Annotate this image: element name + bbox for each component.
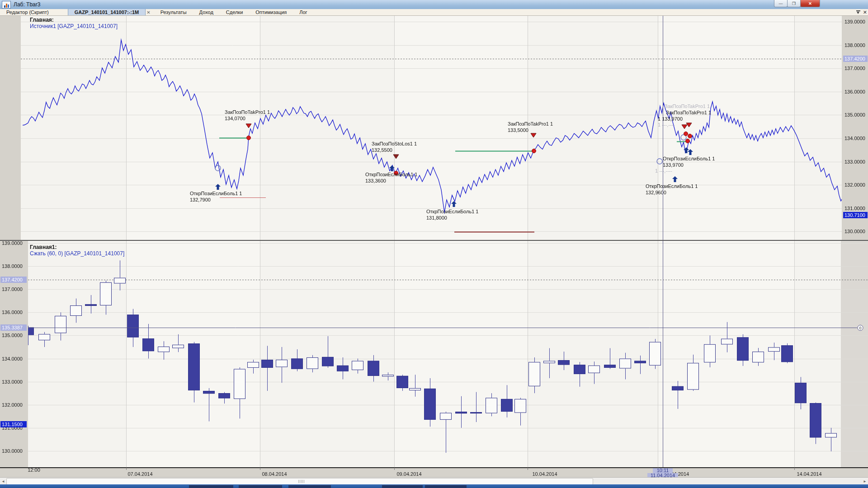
app-icon — [2, 1, 11, 9]
tab-editor[interactable]: Редактор (Скрипт) — [0, 9, 55, 15]
tab-chart-gazp[interactable]: GAZP_140101_141007:-:1M — [68, 9, 146, 15]
tab-income[interactable]: Доход — [193, 9, 220, 15]
tabs: Редактор (Скрипт)GAZP_140101_141007:-:1M… — [0, 9, 314, 15]
tab-log[interactable]: Лог — [293, 9, 313, 15]
taskbar-strip — [0, 484, 868, 488]
top-panel-title: Главная: — [30, 17, 118, 23]
minimize-button[interactable]: — — [774, 0, 788, 7]
title-bar: Лаб: Tbar3 — ❐ ✕ — [0, 0, 868, 9]
tabbar-close-icon[interactable]: ✕ — [863, 9, 867, 15]
bottom-panel-header: Главная1: Сжать (60, 0) [GAZP_140101_141… — [30, 244, 124, 257]
bottom-panel-title: Главная1: — [30, 244, 124, 250]
maximize-button[interactable]: ❐ — [787, 0, 801, 7]
window-title: Лаб: Tbar3 — [14, 1, 40, 8]
tab-close-icon[interactable]: ✕ — [146, 10, 154, 15]
scroll-left-icon[interactable]: ◄ — [0, 478, 6, 485]
tab-trades[interactable]: Сделки — [220, 9, 250, 15]
tab-overflow-icon[interactable] — [856, 10, 860, 14]
scrollbar-grip-icon — [298, 480, 305, 483]
close-button[interactable]: ✕ — [800, 0, 820, 7]
horizontal-scrollbar[interactable]: ◄ ► — [0, 477, 868, 485]
top-panel-header: Главная: Источник1 [GAZP_140101_141007] — [30, 17, 118, 29]
scroll-right-icon[interactable]: ► — [862, 478, 868, 485]
bottom-panel-source: Сжать (60, 0) [GAZP_140101_141007] — [30, 250, 124, 257]
tab-bar: Редактор (Скрипт)GAZP_140101_141007:-:1M… — [0, 9, 868, 16]
window-controls: — ❐ ✕ — [774, 0, 820, 7]
chart-area[interactable] — [0, 0, 868, 488]
scrollbar-thumb[interactable] — [6, 478, 593, 485]
tab-results[interactable]: Результаты — [154, 9, 193, 15]
tab-optimization[interactable]: Оптимизация — [249, 9, 293, 15]
top-panel-source: Источник1 [GAZP_140101_141007] — [30, 23, 118, 29]
